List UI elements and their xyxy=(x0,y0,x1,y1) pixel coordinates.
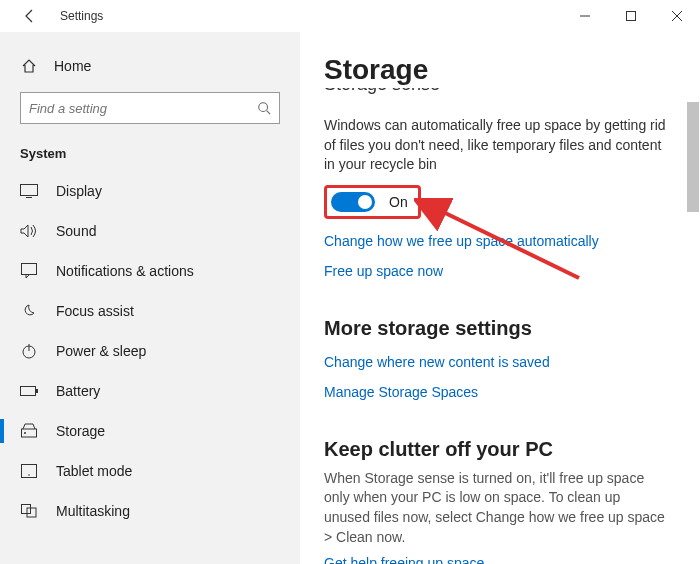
nav-sound[interactable]: Sound xyxy=(0,211,300,251)
scrollbar-track[interactable] xyxy=(686,32,700,564)
nav-storage[interactable]: Storage xyxy=(0,411,300,451)
storage-icon xyxy=(20,423,38,439)
nav-label: Notifications & actions xyxy=(56,263,194,279)
window-title: Settings xyxy=(60,9,103,23)
nav-focus-assist[interactable]: Focus assist xyxy=(0,291,300,331)
nav-tablet-mode[interactable]: Tablet mode xyxy=(0,451,300,491)
svg-rect-17 xyxy=(22,505,31,514)
display-icon xyxy=(20,184,38,198)
minimize-button[interactable] xyxy=(562,0,608,32)
back-button[interactable] xyxy=(16,2,44,30)
nav-notifications[interactable]: Notifications & actions xyxy=(0,251,300,291)
svg-point-14 xyxy=(24,432,26,434)
keep-clutter-heading: Keep clutter off your PC xyxy=(324,438,670,461)
nav-battery[interactable]: Battery xyxy=(0,371,300,411)
link-change-save-location[interactable]: Change where new content is saved xyxy=(324,354,670,370)
nav-list: Display Sound Notifications & actions Fo… xyxy=(0,171,300,519)
svg-rect-8 xyxy=(22,264,37,275)
link-change-auto-free[interactable]: Change how we free up space automaticall… xyxy=(324,233,670,249)
storage-sense-heading: Storage sense xyxy=(324,88,670,100)
link-free-up-now[interactable]: Free up space now xyxy=(324,263,670,279)
storage-sense-description: Windows can automatically free up space … xyxy=(324,116,670,175)
svg-point-4 xyxy=(259,103,268,112)
scrollbar-thumb[interactable] xyxy=(687,102,699,212)
titlebar: Settings xyxy=(0,0,700,32)
page-title: Storage xyxy=(324,54,670,86)
nav-display[interactable]: Display xyxy=(0,171,300,211)
svg-rect-11 xyxy=(21,387,36,396)
link-manage-storage-spaces[interactable]: Manage Storage Spaces xyxy=(324,384,670,400)
battery-icon xyxy=(20,385,38,397)
svg-rect-6 xyxy=(21,185,38,196)
nav-label: Power & sleep xyxy=(56,343,146,359)
nav-multitasking[interactable]: Multitasking xyxy=(0,491,300,519)
window-controls xyxy=(562,0,700,32)
storage-sense-toggle[interactable] xyxy=(331,192,375,212)
content-pane: Storage Storage sense Windows can automa… xyxy=(300,32,700,564)
toggle-state-label: On xyxy=(389,194,408,210)
nav-label: Sound xyxy=(56,223,96,239)
nav-power-sleep[interactable]: Power & sleep xyxy=(0,331,300,371)
svg-line-5 xyxy=(267,111,271,115)
nav-label: Battery xyxy=(56,383,100,399)
nav-label: Storage xyxy=(56,423,105,439)
search-icon xyxy=(257,101,271,115)
close-button[interactable] xyxy=(654,0,700,32)
home-nav[interactable]: Home xyxy=(0,50,300,82)
tablet-icon xyxy=(20,464,38,478)
multitasking-icon xyxy=(20,504,38,518)
search-box[interactable] xyxy=(20,92,280,124)
sidebar: Home System Display Sound Notifications … xyxy=(0,32,300,564)
focus-assist-icon xyxy=(20,303,38,319)
notifications-icon xyxy=(20,263,38,279)
nav-label: Display xyxy=(56,183,102,199)
category-label: System xyxy=(0,130,300,171)
svg-rect-13 xyxy=(22,429,37,437)
svg-rect-1 xyxy=(627,12,636,21)
sound-icon xyxy=(20,223,38,239)
more-storage-heading: More storage settings xyxy=(324,317,670,340)
link-get-help-freeing[interactable]: Get help freeing up space xyxy=(324,555,670,564)
search-input[interactable] xyxy=(29,101,257,116)
svg-rect-18 xyxy=(27,508,36,517)
storage-sense-toggle-row: On xyxy=(324,185,421,219)
maximize-button[interactable] xyxy=(608,0,654,32)
power-icon xyxy=(20,343,38,359)
home-label: Home xyxy=(54,58,91,74)
home-icon xyxy=(20,58,38,74)
svg-rect-12 xyxy=(36,389,38,393)
nav-label: Focus assist xyxy=(56,303,134,319)
keep-clutter-description: When Storage sense is turned on, it'll f… xyxy=(324,469,670,547)
nav-label: Multitasking xyxy=(56,503,130,519)
nav-label: Tablet mode xyxy=(56,463,132,479)
svg-point-16 xyxy=(28,474,30,476)
